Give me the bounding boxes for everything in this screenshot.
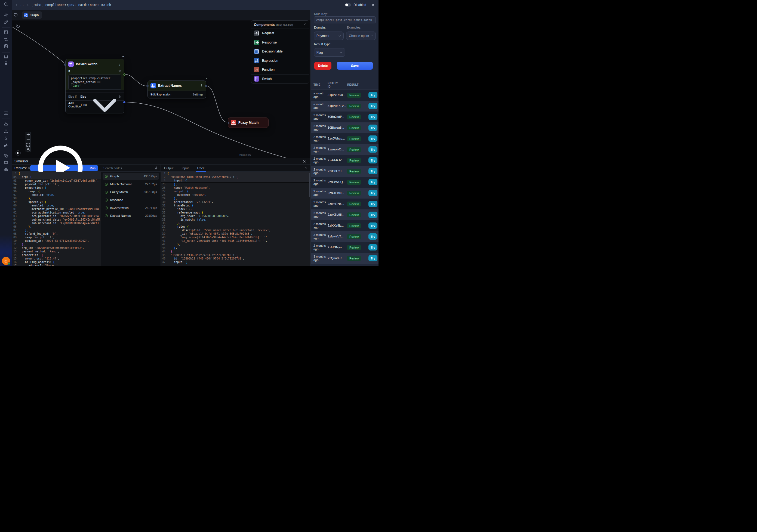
dollar-icon[interactable]: [4, 136, 9, 141]
flow-canvas[interactable]: → → IsCardSwitch ⋮ If properties.ramp.cu…: [12, 20, 311, 158]
breadcrumb-ellipsis[interactable]: ...: [20, 3, 24, 7]
chat-icon[interactable]: [4, 153, 9, 158]
run-row[interactable]: 2 months ago2zrG0H2T...ReviewTry: [311, 166, 378, 177]
close-icon[interactable]: [371, 3, 375, 7]
input-handle[interactable]: [228, 122, 229, 124]
reactflow-attribution[interactable]: React Flow: [239, 153, 251, 156]
tab-output[interactable]: Output: [164, 164, 174, 172]
try-button[interactable]: Try: [368, 233, 378, 240]
shapes-icon[interactable]: [4, 167, 9, 172]
order-dropdown[interactable]: First: [81, 88, 121, 121]
try-button[interactable]: Try: [368, 114, 378, 120]
zoom-in-button[interactable]: [26, 132, 31, 137]
try-button[interactable]: Try: [368, 157, 378, 163]
run-row[interactable]: a month ago31pPutPEV...ReviewTry: [311, 101, 378, 111]
chevron-right-icon[interactable]: [15, 4, 18, 7]
run-row[interactable]: 2 months ago2zx0Whcp...ReviewTry: [311, 133, 378, 144]
search-nodes-input[interactable]: [104, 166, 155, 170]
node-menu-icon[interactable]: ⋮: [118, 63, 121, 66]
clear-icon[interactable]: [155, 166, 158, 170]
node-extract-names[interactable]: Extract Names ⋮ Edit Expression Settings: [147, 80, 206, 99]
else-output-handle[interactable]: [123, 101, 125, 103]
invoice-2-icon[interactable]: [4, 44, 9, 49]
input-handle[interactable]: [146, 85, 149, 87]
result-type-select[interactable]: Flag: [314, 48, 345, 57]
try-button[interactable]: Try: [368, 135, 378, 142]
node-run-item[interactable]: Match Outcome22.132µs: [103, 181, 159, 188]
if-output-handle[interactable]: [123, 74, 125, 75]
node-run-item[interactable]: Graph433.195µs: [103, 173, 159, 180]
condition-expression[interactable]: properties.ramp.customer _payment_method…: [68, 74, 121, 90]
examples-select[interactable]: Choose option: [346, 32, 376, 40]
component-item-switch[interactable]: Switch: [251, 74, 309, 84]
try-button[interactable]: Try: [368, 168, 378, 174]
badge-icon[interactable]: [4, 61, 9, 66]
node-run-item[interactable]: response: [103, 196, 159, 203]
run-row[interactable]: a month ago31pPxR8Ji...ReviewTry: [311, 90, 378, 101]
run-row[interactable]: 2 months ago2zrCrWSQ...ReviewTry: [311, 177, 378, 188]
run-row[interactable]: 2 months ago2zoX6L98...ReviewTry: [311, 209, 378, 220]
upload-icon[interactable]: [4, 129, 9, 133]
tab-trace[interactable]: Trace: [197, 164, 205, 172]
run-row[interactable]: 2 months ago2zrHbRJZ...ReviewTry: [311, 155, 378, 166]
repeat-icon[interactable]: [4, 37, 9, 42]
stack-icon[interactable]: [4, 121, 9, 126]
node-run-item[interactable]: Extract Names29.829µs: [103, 212, 159, 219]
save-button[interactable]: Save: [337, 62, 373, 70]
try-button[interactable]: Try: [368, 222, 378, 229]
run-row[interactable]: 2 months ago2zpmRN5...ReviewTry: [311, 198, 378, 209]
try-button[interactable]: Try: [368, 212, 378, 218]
info-icon[interactable]: [28, 166, 30, 169]
ticket-icon[interactable]: [4, 160, 9, 165]
run-row[interactable]: 2 months ago2zfvwYuT...ReviewTry: [311, 231, 378, 242]
domain-select[interactable]: Payment: [314, 32, 344, 40]
store-icon[interactable]: [4, 54, 9, 59]
run-button[interactable]: Run: [30, 165, 98, 171]
zoom-out-button[interactable]: [26, 137, 31, 142]
output-handle[interactable]: [205, 85, 207, 87]
component-item-request[interactable]: Request: [251, 29, 309, 38]
run-row[interactable]: 3 months ago2zQnu0Ef...ReviewTry: [311, 253, 378, 264]
run-row[interactable]: 2 months ago30Bfweu8...ReviewTry: [311, 122, 378, 133]
run-row[interactable]: 2 months ago2zfrfGNyu...ReviewTry: [311, 242, 378, 253]
close-icon[interactable]: [303, 160, 306, 163]
try-button[interactable]: Try: [368, 125, 378, 131]
component-item-decision-table[interactable]: Decision table: [251, 47, 309, 56]
try-button[interactable]: Try: [368, 255, 378, 261]
node-iscardswitch[interactable]: IsCardSwitch ⋮ If properties.ramp.custom…: [65, 59, 124, 113]
credit-card-icon[interactable]: [4, 111, 9, 116]
enabled-toggle[interactable]: [345, 3, 351, 7]
try-button[interactable]: Try: [368, 201, 378, 207]
trace-editor[interactable]: 1{2 '03589d6a-81bb-4dcd-b933-95db24fb891…: [161, 172, 311, 266]
redo-icon[interactable]: [16, 24, 20, 28]
tab-input[interactable]: Input: [182, 164, 189, 172]
link-icon[interactable]: [4, 19, 9, 24]
node-menu-icon[interactable]: ⋮: [200, 84, 203, 87]
node-run-item[interactable]: IsCardSwitch23.714µs: [103, 204, 159, 211]
play-button[interactable]: [15, 150, 21, 156]
try-button[interactable]: Try: [368, 190, 378, 196]
try-button[interactable]: Try: [368, 179, 378, 185]
component-item-function[interactable]: JSFunction: [251, 65, 309, 74]
run-row[interactable]: 2 months ago2zwuojvO...ReviewTry: [311, 144, 378, 155]
tab-graph[interactable]: Graph: [22, 12, 42, 19]
component-item-expression[interactable]: Expression: [251, 56, 309, 66]
avatar[interactable]: C: [2, 257, 10, 265]
component-item-response[interactable]: Response: [251, 38, 309, 47]
delete-button[interactable]: Delete: [314, 62, 331, 70]
sort-arrows-icon[interactable]: [4, 13, 9, 17]
try-button[interactable]: Try: [368, 92, 378, 98]
search-icon[interactable]: [4, 2, 9, 7]
invoice-icon[interactable]: [4, 30, 9, 35]
node-run-item[interactable]: Fuzzy Match336.108µs: [103, 189, 159, 195]
run-row[interactable]: 2 months ago2zrCKYtN...ReviewTry: [311, 188, 378, 198]
close-icon[interactable]: [303, 23, 306, 26]
add-condition-button[interactable]: Add Condition: [68, 102, 81, 108]
request-editor[interactable]: 1{85 org: {93 owner_user_id: '2c0n0Xc1v1…: [12, 172, 101, 266]
settings-button[interactable]: Settings: [192, 93, 203, 96]
run-row[interactable]: 2 months ago2zjKKz8jy...ReviewTry: [311, 220, 378, 231]
node-fuzzy-match[interactable]: Fuzzy Match: [228, 117, 269, 128]
try-button[interactable]: Try: [368, 146, 378, 153]
try-button[interactable]: Try: [368, 103, 378, 109]
trash-icon[interactable]: [118, 69, 121, 73]
